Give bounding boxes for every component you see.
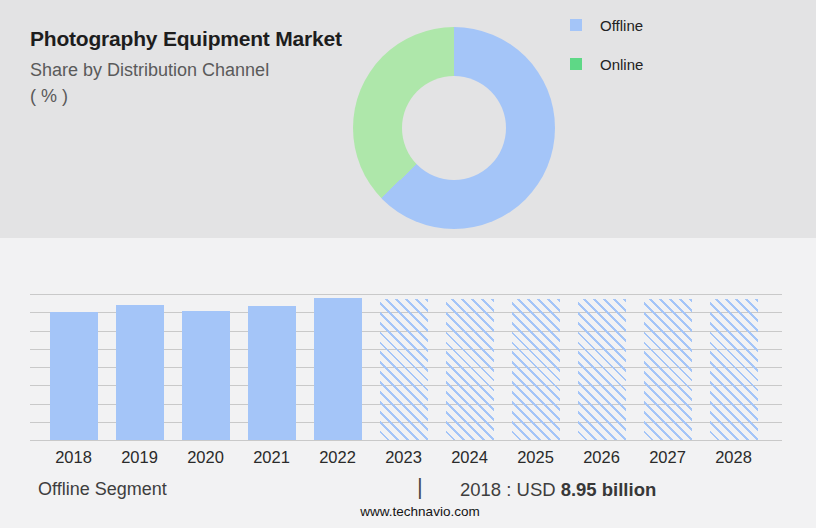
x-label-2020: 2020 (173, 448, 239, 467)
bar-chart-section: 2018201920202021202220232024202520262027… (0, 238, 816, 528)
x-label-2023: 2023 (371, 448, 437, 467)
donut-chart (353, 27, 555, 229)
bar-2027 (644, 299, 692, 440)
bar-2025 (512, 299, 560, 440)
website-url: www.technavio.com (12, 504, 816, 519)
bar-2028 (710, 299, 758, 440)
header-section: Photography Equipment Market Share by Di… (0, 0, 816, 238)
footer-separator: | (417, 474, 423, 500)
bar-2019 (116, 305, 164, 440)
unit-label: ( % ) (30, 86, 360, 107)
bar-2021 (248, 306, 296, 440)
bar-2026 (578, 299, 626, 440)
legend-label: Offline (600, 17, 643, 34)
infographic-canvas: Photography Equipment Market Share by Di… (0, 0, 816, 528)
gridline (30, 294, 782, 295)
bar-chart-plot-area (30, 294, 782, 440)
bar-2022 (314, 298, 362, 440)
x-axis-labels: 2018201920202021202220232024202520262027… (30, 448, 782, 470)
page-subtitle: Share by Distribution Channel (30, 59, 360, 82)
x-label-2026: 2026 (569, 448, 635, 467)
bar-2024 (446, 299, 494, 440)
footer-value-amount: 8.95 billion (561, 479, 657, 500)
legend-label: Online (600, 56, 643, 73)
page-title: Photography Equipment Market (30, 26, 360, 52)
segment-label: Offline Segment (38, 479, 167, 500)
x-label-2021: 2021 (239, 448, 305, 467)
x-label-2018: 2018 (41, 448, 107, 467)
bar-2018 (50, 312, 98, 440)
legend-item-online: Online (570, 54, 643, 74)
legend-swatch-icon (570, 58, 582, 70)
x-label-2028: 2028 (701, 448, 767, 467)
footer-value-prefix: 2018 : USD (460, 479, 556, 500)
footer-value: 2018 : USD8.95 billion (460, 479, 656, 501)
legend-item-offline: Offline (570, 15, 643, 35)
x-label-2022: 2022 (305, 448, 371, 467)
gridline (30, 440, 782, 441)
x-label-2024: 2024 (437, 448, 503, 467)
bar-2023 (380, 299, 428, 440)
bar-2020 (182, 311, 230, 440)
title-block: Photography Equipment Market Share by Di… (30, 26, 360, 107)
x-label-2019: 2019 (107, 448, 173, 467)
x-label-2025: 2025 (503, 448, 569, 467)
x-label-2027: 2027 (635, 448, 701, 467)
chart-legend: OfflineOnline (570, 15, 643, 93)
legend-swatch-icon (570, 19, 582, 31)
donut-hole (402, 76, 506, 180)
